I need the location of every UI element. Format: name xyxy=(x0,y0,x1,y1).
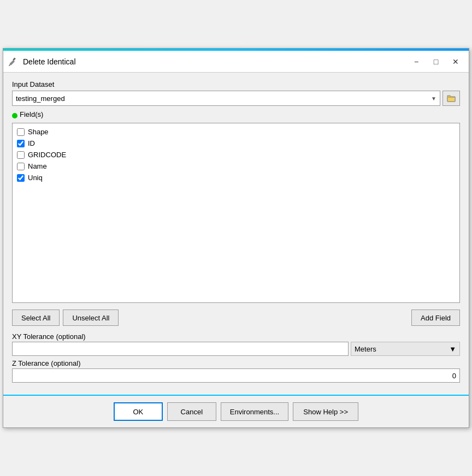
content-area: Input Dataset testing_merged ▼ xyxy=(3,73,469,395)
field-name-label: Uniq xyxy=(28,174,43,182)
input-dataset-dropdown[interactable]: testing_merged ▼ xyxy=(12,91,440,106)
list-item: Shape xyxy=(15,127,457,137)
fields-label: Field(s) xyxy=(20,110,43,118)
title-buttons: − □ ✕ xyxy=(408,54,464,69)
units-value: Meters xyxy=(355,345,376,353)
list-item: GRIDCODE xyxy=(15,150,457,160)
xy-tolerance-row: Meters ▼ xyxy=(12,342,460,356)
checkbox-field-uniq[interactable] xyxy=(17,174,25,182)
xy-tolerance-input[interactable] xyxy=(12,342,349,356)
maximize-button[interactable]: □ xyxy=(427,54,445,69)
unselect-all-button[interactable]: Unselect All xyxy=(63,310,119,326)
list-item: ID xyxy=(15,138,457,148)
units-dropdown[interactable]: Meters ▼ xyxy=(351,342,460,356)
list-item: Name xyxy=(15,161,457,171)
z-tolerance-label: Z Tolerance (optional) xyxy=(12,359,460,367)
minimize-button[interactable]: − xyxy=(408,54,425,69)
field-name-label: GRIDCODE xyxy=(28,151,66,159)
close-button[interactable]: ✕ xyxy=(447,54,464,69)
add-field-button[interactable]: Add Field xyxy=(411,310,460,326)
fields-action-buttons: Select All Unselect All Add Field xyxy=(12,310,460,326)
svg-line-2 xyxy=(9,64,11,66)
tolerance-section: XY Tolerance (optional) Meters ▼ Z Toler… xyxy=(12,332,460,383)
checkbox-field-name[interactable] xyxy=(17,163,25,170)
fields-label-row: Field(s) xyxy=(12,110,460,121)
window-title: Delete Identical xyxy=(23,57,408,66)
z-tolerance-input[interactable] xyxy=(12,368,460,383)
fields-list: ShapeIDGRIDCODENameUniq xyxy=(12,123,460,303)
ok-button[interactable]: OK xyxy=(114,402,163,421)
footer: OK Cancel Environments... Show Help >> xyxy=(3,395,469,427)
main-window: Delete Identical − □ ✕ Input Dataset tes… xyxy=(3,48,469,428)
field-name-label: Name xyxy=(28,162,47,170)
checkbox-field-id[interactable] xyxy=(17,140,25,147)
checkbox-field-gridcode[interactable] xyxy=(17,151,25,159)
xy-tolerance-block: XY Tolerance (optional) Meters ▼ xyxy=(12,332,460,356)
dropdown-arrow-icon: ▼ xyxy=(431,96,436,102)
checkbox-field-shape[interactable] xyxy=(17,128,25,136)
input-dataset-section: Input Dataset testing_merged ▼ xyxy=(12,80,460,106)
units-arrow-icon: ▼ xyxy=(449,345,456,353)
browse-button[interactable] xyxy=(442,91,460,106)
environments-button[interactable]: Environments... xyxy=(221,402,288,421)
app-icon xyxy=(8,56,19,67)
show-help-button[interactable]: Show Help >> xyxy=(293,402,358,421)
select-all-button[interactable]: Select All xyxy=(12,310,60,326)
field-name-label: Shape xyxy=(28,128,49,136)
field-name-label: ID xyxy=(28,139,35,147)
svg-rect-3 xyxy=(447,97,455,102)
input-dataset-label: Input Dataset xyxy=(12,80,460,88)
cancel-button[interactable]: Cancel xyxy=(167,402,216,421)
required-indicator xyxy=(12,113,17,118)
xy-tolerance-label: XY Tolerance (optional) xyxy=(12,332,460,341)
input-dataset-value: testing_merged xyxy=(16,94,65,103)
input-dataset-row: testing_merged ▼ xyxy=(12,91,460,106)
list-item: Uniq xyxy=(15,172,457,183)
z-tolerance-block: Z Tolerance (optional) xyxy=(12,359,460,383)
title-bar: Delete Identical − □ ✕ xyxy=(3,51,469,73)
fields-section: Field(s) ShapeIDGRIDCODENameUniq xyxy=(12,110,460,303)
